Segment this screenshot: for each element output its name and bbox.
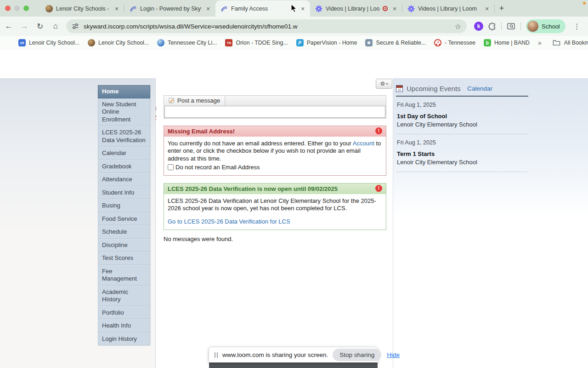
tristar-favicon — [434, 39, 441, 46]
sidebar-item-discipline[interactable]: Discipline — [98, 239, 150, 252]
event-item: Fri Aug 1, 2025 Term 1 Starts Lenoir Cit… — [396, 134, 528, 172]
sidebar-item-lces-data-verification[interactable]: LCES 2025-26 Data Verification — [98, 126, 150, 147]
close-tab-icon[interactable]: × — [299, 5, 306, 12]
sidebar-item-gradebook[interactable]: Gradebook — [98, 160, 150, 173]
tab-title: Lenoir City Schools - Student — [56, 6, 110, 12]
post-message-box: Post a message — [164, 95, 386, 119]
sidebar-item-academic-history[interactable]: Academic History — [98, 286, 150, 306]
event-title: Term 1 Starts — [397, 150, 527, 157]
loom-favicon — [315, 5, 322, 12]
upcoming-events-title: Upcoming Events — [407, 85, 461, 92]
all-bookmarks-button[interactable]: All Bookmarks — [553, 40, 588, 46]
back-icon[interactable]: ← — [2, 19, 16, 33]
no-email-checkbox[interactable] — [168, 164, 174, 170]
sidebar-item-test-scores[interactable]: Test Scores — [98, 252, 150, 265]
home-icon[interactable]: ⌂ — [49, 19, 62, 33]
forward-icon[interactable]: → — [17, 19, 31, 33]
close-tab-icon[interactable]: × — [113, 5, 120, 12]
sidebar-item-login-history[interactable]: Login History — [98, 333, 150, 345]
tab-skyward-login[interactable]: Login - Powered by Skyward × — [124, 0, 215, 17]
close-tab-icon[interactable]: × — [204, 5, 212, 12]
drag-handle-icon[interactable] — [215, 352, 218, 358]
kami-extension-icon[interactable]: k — [474, 22, 483, 31]
share-message: www.loom.com is sharing your screen. — [222, 351, 328, 358]
browser-toolbar: ← → ↻ ⌂ skyward.iscorp.com/scripts/wsisa… — [0, 17, 588, 36]
bookmark-tennessee-library[interactable]: Tennessee City Li... — [157, 39, 217, 46]
tabs: Lenoir City Schools - Student × Login - … — [40, 0, 509, 17]
sidebar-item-attendance[interactable]: Attendance — [98, 173, 150, 186]
data-verification-body: LCES 2025-26 Data Verification at Lenoir… — [168, 197, 376, 212]
missing-email-body-1: You currently do not have an email addre… — [168, 140, 351, 147]
recording-indicator-icon — [383, 6, 388, 11]
sidebar-item-home[interactable]: Home — [98, 85, 150, 98]
tab-family-access-active[interactable]: Family Access × — [215, 0, 310, 17]
go-to-data-verification-link[interactable]: Go to LCES 2025-26 Data Verification for… — [168, 218, 290, 225]
site-settings-icon[interactable] — [72, 23, 79, 30]
profile-avatar — [527, 21, 538, 32]
bookmark-band[interactable]: b Home | BAND — [484, 39, 530, 46]
tab-loom-library[interactable]: Videos | Library | Loom × — [402, 0, 494, 17]
tab-lenoir-city-schools[interactable]: Lenoir City Schools - Student × — [40, 0, 124, 17]
sidebar-item-busing[interactable]: Busing — [98, 199, 150, 213]
event-location: Lenoir City Elementary School — [397, 159, 527, 166]
bookmark-papervision[interactable]: P PaperVision - Home — [296, 39, 357, 46]
event-item: Fri Aug 1, 2025 1st Day of School Lenoir… — [396, 97, 528, 134]
account-link[interactable]: Account — [353, 140, 374, 147]
secure-favicon — [365, 39, 373, 46]
sidebar-item-calendar[interactable]: Calendar — [98, 147, 150, 160]
alert-exclamation-icon[interactable]: ! — [375, 127, 382, 134]
sidebar-item-fee-management[interactable]: Fee Management — [98, 265, 150, 286]
alert-exclamation-icon[interactable]: ! — [375, 185, 382, 192]
sidebar-item-portfolio[interactable]: Portfolio — [98, 306, 150, 320]
calendar-link[interactable]: Calendar — [467, 85, 492, 92]
address-bar[interactable]: skyward.iscorp.com/scripts/wsisa.dll/WSe… — [66, 19, 467, 33]
bookmark-secure-reliable[interactable]: Secure & Reliable... — [365, 39, 426, 46]
bookmark-star-icon[interactable]: ☆ — [455, 22, 461, 31]
fullscreen-window-button[interactable] — [23, 6, 29, 11]
papervision-favicon: P — [296, 39, 304, 46]
reload-icon[interactable]: ↻ — [33, 19, 47, 33]
tab-search-panel-icon[interactable] — [507, 23, 515, 30]
minimize-window-button[interactable] — [14, 6, 20, 11]
window-controls — [5, 6, 29, 11]
wall-settings-button[interactable]: ⚙ ▾ — [376, 79, 392, 89]
no-messages-text: No messages were found. — [164, 236, 386, 242]
extensions-area: k School ⋮ — [474, 19, 583, 33]
school-mascot-favicon — [88, 39, 95, 46]
missing-email-title: Missing Email Address! — [168, 128, 235, 135]
sidebar-item-new-student-online-enrollment[interactable]: New Student Online Enrollment — [98, 98, 150, 126]
close-tab-icon[interactable]: × — [391, 5, 398, 12]
tab-title: Videos | Library | Loom — [326, 6, 379, 12]
band-favicon: b — [484, 39, 491, 46]
browser-menu-icon[interactable]: ⋮ — [573, 22, 581, 31]
screen-share-bar: www.loom.com is sharing your screen. Sto… — [209, 347, 378, 362]
toolbar-divider — [520, 22, 521, 30]
profile-chip[interactable]: School — [526, 19, 565, 33]
toolbar-divider — [501, 22, 502, 30]
skyward-header: SKYWARD Family Access LCS Rockstar Momma… — [0, 50, 588, 78]
post-message-input[interactable] — [164, 106, 385, 118]
bookmarks-overflow-icon[interactable]: » — [538, 39, 542, 46]
bookmark-lenoir-schools[interactable]: Lenoir City School... — [88, 39, 149, 46]
sidebar-item-schedule[interactable]: Schedule — [98, 225, 150, 239]
school-mascot-favicon — [45, 5, 53, 12]
event-title: 1st Day of School — [397, 113, 527, 120]
new-tab-button[interactable]: + — [495, 1, 509, 15]
hide-link[interactable]: Hide — [387, 351, 400, 358]
bookmark-orion-tdoe[interactable]: TN Orion - TDOE Sing... — [225, 39, 288, 46]
event-location: Lenoir City Elementary School — [397, 121, 527, 128]
sidebar-item-food-service[interactable]: Food Service — [98, 213, 150, 226]
missing-email-alert: Missing Email Address! ! You currently d… — [164, 126, 386, 176]
post-message-tab[interactable]: Post a message — [164, 96, 225, 105]
sidebar-item-student-info[interactable]: Student Info — [98, 186, 150, 200]
extensions-puzzle-icon[interactable] — [488, 23, 496, 30]
sidebar-item-health-info[interactable]: Health Info — [98, 319, 150, 333]
message-wall: Post a message Missing Email Address! ! … — [164, 95, 386, 242]
close-window-button[interactable] — [5, 6, 11, 11]
close-tab-icon[interactable]: × — [483, 5, 491, 12]
bookmark-tennessee[interactable]: - Tennessee — [434, 39, 475, 46]
stop-sharing-button[interactable]: Stop sharing — [333, 349, 381, 361]
upcoming-events-panel: 12 Upcoming Events Calendar Fri Aug 1, 2… — [396, 85, 528, 172]
bookmark-lenoir-calendar[interactable]: 25 Lenoir City School... — [18, 39, 79, 46]
tab-loom-recording[interactable]: Videos | Library | Loom × — [310, 0, 402, 17]
